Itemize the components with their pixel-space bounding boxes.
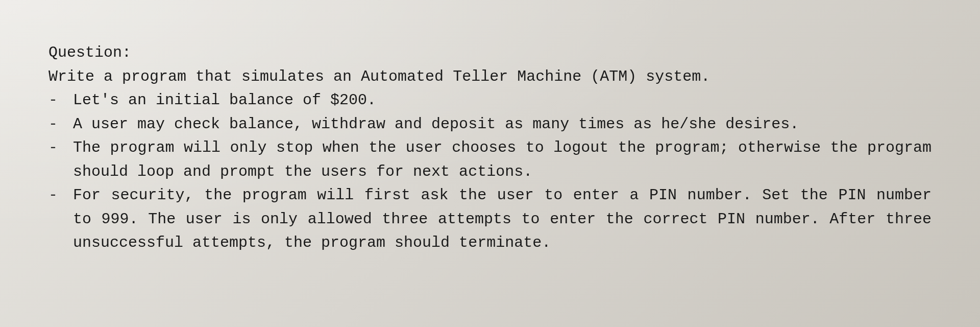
question-label: Question:: [48, 41, 932, 65]
document-content: Question: Write a program that simulates…: [48, 41, 932, 255]
bullet-item: For security, the program will first ask…: [73, 183, 932, 255]
bullet-item: A user may check balance, withdraw and d…: [73, 112, 932, 136]
bullet-item: The program will only stop when the user…: [73, 136, 932, 183]
bullet-item: Let's an initial balance of $200.: [73, 88, 932, 112]
question-intro: Write a program that simulates an Automa…: [48, 65, 932, 89]
bullet-list: Let's an initial balance of $200. A user…: [48, 88, 932, 255]
